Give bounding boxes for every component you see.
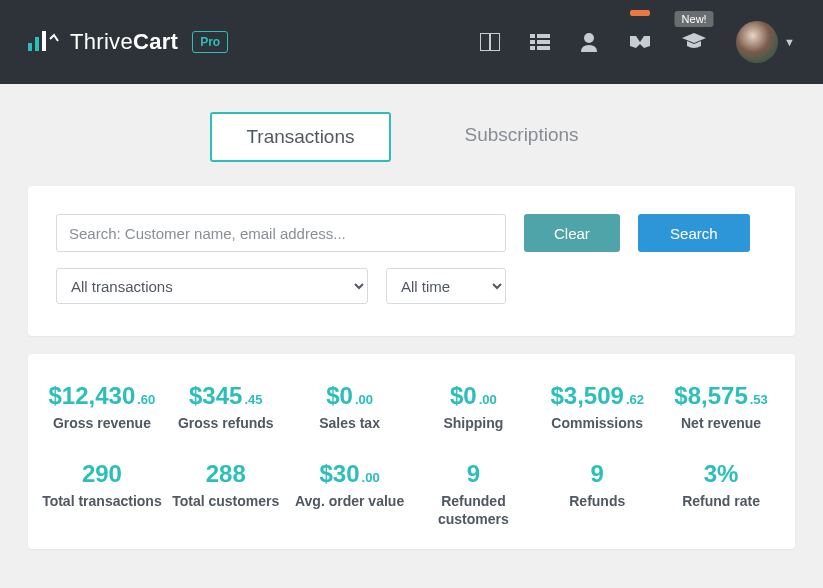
- svg-rect-10: [537, 46, 550, 50]
- svg-rect-7: [530, 40, 535, 44]
- handshake-icon[interactable]: [628, 34, 652, 50]
- svg-rect-5: [530, 34, 535, 38]
- stat-total-transactions: 290 Total transactions: [40, 460, 164, 528]
- transaction-type-select[interactable]: All transactions: [56, 268, 368, 304]
- svg-rect-6: [537, 34, 550, 38]
- nav-right: New! ▼: [480, 21, 795, 63]
- stat-label: Refunds: [535, 492, 659, 510]
- stat-commissions: $3,509.62 Commissions: [535, 382, 659, 432]
- stat-total-customers: 288 Total customers: [164, 460, 288, 528]
- svg-point-11: [584, 33, 594, 43]
- svg-rect-8: [537, 40, 550, 44]
- logo-text: ThriveCart: [70, 29, 178, 55]
- stat-label: Total transactions: [40, 492, 164, 510]
- svg-rect-9: [530, 46, 535, 50]
- clear-button[interactable]: Clear: [524, 214, 620, 252]
- stat-label: Net revenue: [659, 414, 783, 432]
- svg-rect-1: [35, 37, 39, 51]
- stat-label: Shipping: [412, 414, 536, 432]
- grid-icon[interactable]: [530, 34, 550, 50]
- avatar: [736, 21, 778, 63]
- svg-rect-0: [28, 43, 32, 51]
- logo[interactable]: ThriveCart Pro: [28, 29, 228, 55]
- stat-label: Refunded customers: [412, 492, 536, 528]
- pro-badge: Pro: [192, 31, 228, 53]
- stat-sales-tax: $0.00 Sales tax: [288, 382, 412, 432]
- stat-gross-revenue: $12,430.60 Gross revenue: [40, 382, 164, 432]
- graduation-icon[interactable]: New!: [682, 33, 706, 51]
- new-badge: New!: [675, 11, 714, 27]
- stats-panel: $12,430.60 Gross revenue $345.45 Gross r…: [28, 354, 795, 549]
- search-input[interactable]: [56, 214, 506, 252]
- filter-panel: Clear Search All transactions All time: [28, 186, 795, 336]
- stat-label: Gross revenue: [40, 414, 164, 432]
- dashboard-icon[interactable]: [480, 33, 500, 51]
- user-icon[interactable]: [580, 32, 598, 52]
- stat-gross-refunds: $345.45 Gross refunds: [164, 382, 288, 432]
- stat-label: Commissions: [535, 414, 659, 432]
- tab-transactions[interactable]: Transactions: [210, 112, 390, 162]
- svg-rect-2: [42, 31, 46, 51]
- stat-avg-order: $30.00 Avg. order value: [288, 460, 412, 528]
- account-menu[interactable]: ▼: [736, 21, 795, 63]
- tab-subscriptions[interactable]: Subscriptions: [431, 112, 613, 162]
- stat-refunded-customers: 9 Refunded customers: [412, 460, 536, 528]
- logo-mark-icon: [28, 29, 62, 55]
- time-range-select[interactable]: All time: [386, 268, 506, 304]
- notification-badge: [630, 10, 650, 16]
- search-button[interactable]: Search: [638, 214, 750, 252]
- stat-label: Sales tax: [288, 414, 412, 432]
- chevron-down-icon: ▼: [784, 36, 795, 48]
- stat-shipping: $0.00 Shipping: [412, 382, 536, 432]
- stat-refund-rate: 3% Refund rate: [659, 460, 783, 528]
- stat-net-revenue: $8,575.53 Net revenue: [659, 382, 783, 432]
- tabs: Transactions Subscriptions: [0, 84, 823, 186]
- stat-label: Total customers: [164, 492, 288, 510]
- stat-label: Avg. order value: [288, 492, 412, 510]
- app-header: ThriveCart Pro: [0, 0, 823, 84]
- stat-label: Refund rate: [659, 492, 783, 510]
- stat-refunds: 9 Refunds: [535, 460, 659, 528]
- stat-label: Gross refunds: [164, 414, 288, 432]
